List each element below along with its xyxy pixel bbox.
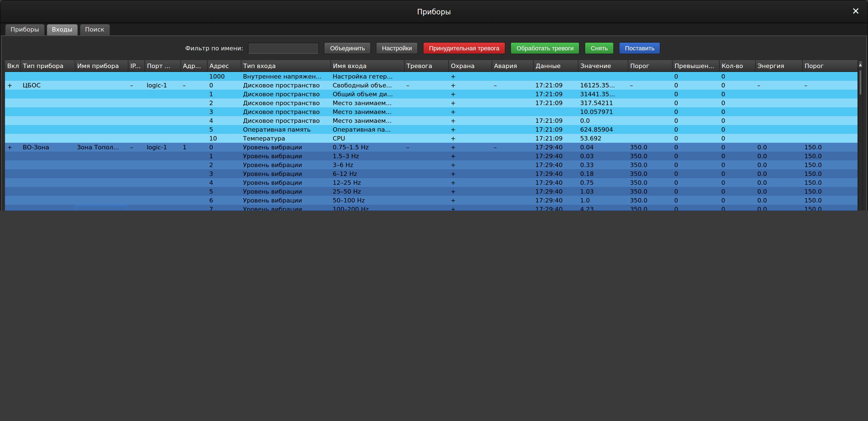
table-cell[interactable]: – <box>404 81 448 90</box>
disarm-button[interactable]: Снять <box>585 42 614 54</box>
table-cell[interactable]: 150.0 <box>802 205 858 210</box>
table-cell[interactable] <box>492 72 533 81</box>
table-cell[interactable] <box>404 205 448 210</box>
table-cell[interactable]: ВО-Зона <box>21 143 75 152</box>
table-cell[interactable] <box>404 125 448 134</box>
table-cell[interactable]: 0 <box>719 205 755 210</box>
table-cell[interactable] <box>21 125 75 134</box>
table-cell[interactable] <box>5 152 21 160</box>
table-cell[interactable]: Уровень вибрации <box>241 152 331 160</box>
process-alarms-button[interactable]: Обработать тревоги <box>510 42 580 54</box>
table-cell[interactable] <box>145 152 181 160</box>
table-cell[interactable] <box>404 178 448 187</box>
table-cell[interactable]: Уровень вибрации <box>241 205 331 210</box>
column-header[interactable]: Авария <box>492 61 533 72</box>
column-header[interactable]: Адрес <box>207 61 241 72</box>
table-cell[interactable]: Место занимаем... <box>331 98 404 107</box>
table-cell[interactable] <box>128 90 145 98</box>
table-cell[interactable]: Дисковое пространство <box>241 81 331 90</box>
table-cell[interactable] <box>128 98 145 107</box>
table-row[interactable]: 3Уровень вибрации6–12 Hz+17:29:400.18350… <box>5 169 858 178</box>
table-cell[interactable]: 1 <box>207 90 241 98</box>
table-cell[interactable] <box>492 107 533 116</box>
table-cell[interactable] <box>128 178 145 187</box>
table-cell[interactable]: 0 <box>719 90 755 98</box>
table-cell[interactable]: 17:29:40 <box>533 196 578 205</box>
table-cell[interactable]: 4 <box>207 178 241 187</box>
table-cell[interactable]: 0 <box>719 196 755 205</box>
column-header[interactable]: Кол-во <box>719 61 755 72</box>
table-cell[interactable]: ЦБОС <box>21 81 75 90</box>
table-cell[interactable] <box>75 160 128 169</box>
table-cell[interactable]: 1.03 <box>578 187 628 196</box>
table-cell[interactable]: 350.0 <box>628 205 672 210</box>
table-cell[interactable] <box>404 187 448 196</box>
table-cell[interactable] <box>492 125 533 134</box>
table-cell[interactable]: 25–50 Hz <box>331 187 404 196</box>
table-cell[interactable] <box>181 125 207 134</box>
column-header[interactable]: Превышен... <box>672 61 719 72</box>
table-cell[interactable] <box>75 81 128 90</box>
table-cell[interactable]: 0 <box>719 134 755 143</box>
table-cell[interactable] <box>75 196 128 205</box>
table-cell[interactable] <box>145 196 181 205</box>
table-cell[interactable]: 0.0 <box>755 169 802 178</box>
tab-devices[interactable]: Приборы <box>5 24 44 35</box>
table-cell[interactable]: – <box>128 143 145 152</box>
table-cell[interactable] <box>5 187 21 196</box>
table-cell[interactable]: 12–25 Hz <box>331 178 404 187</box>
table-cell[interactable]: 4.23 <box>578 205 628 210</box>
table-cell[interactable] <box>145 90 181 98</box>
table-cell[interactable] <box>21 196 75 205</box>
table-cell[interactable]: 6 <box>207 196 241 205</box>
table-cell[interactable]: 0.0 <box>755 143 802 152</box>
table-cell[interactable]: Дисковое пространство <box>241 116 331 125</box>
table-cell[interactable]: 0 <box>672 116 719 125</box>
table-cell[interactable] <box>533 107 578 116</box>
table-cell[interactable]: 0 <box>719 116 755 125</box>
table-cell[interactable]: 0 <box>719 169 755 178</box>
table-cell[interactable]: 0 <box>672 169 719 178</box>
column-header[interactable]: Имя входа <box>331 61 404 72</box>
table-row[interactable]: 1000Внутреннее напряжен...Настройка гете… <box>5 72 858 81</box>
table-cell[interactable] <box>755 125 802 134</box>
table-cell[interactable]: 0.33 <box>578 160 628 169</box>
table-cell[interactable] <box>755 134 802 143</box>
table-cell[interactable] <box>145 205 181 210</box>
table-cell[interactable] <box>145 187 181 196</box>
table-cell[interactable]: – <box>755 81 802 90</box>
close-icon[interactable]: ✕ <box>852 5 860 17</box>
scroll-up-icon[interactable]: ▲ <box>858 61 863 69</box>
table-cell[interactable]: – <box>628 81 672 90</box>
table-cell[interactable]: 0.0 <box>755 205 802 210</box>
table-cell[interactable]: 350.0 <box>628 169 672 178</box>
table-cell[interactable] <box>5 98 21 107</box>
table-cell[interactable]: 10 <box>207 134 241 143</box>
table-cell[interactable]: 350.0 <box>628 187 672 196</box>
table-cell[interactable] <box>755 72 802 81</box>
table-cell[interactable] <box>492 90 533 98</box>
table-cell[interactable] <box>492 169 533 178</box>
table-cell[interactable]: 17:21:09 <box>533 90 578 98</box>
table-cell[interactable]: 7 <box>207 205 241 210</box>
table-cell[interactable]: 17:29:40 <box>533 178 578 187</box>
table-cell[interactable] <box>21 107 75 116</box>
table-cell[interactable] <box>5 116 21 125</box>
table-cell[interactable] <box>75 178 128 187</box>
table-cell[interactable] <box>145 160 181 169</box>
table-cell[interactable]: 0 <box>672 205 719 210</box>
table-cell[interactable] <box>628 72 672 81</box>
table-cell[interactable]: 0 <box>672 178 719 187</box>
table-cell[interactable] <box>628 107 672 116</box>
table-cell[interactable] <box>145 116 181 125</box>
table-cell[interactable] <box>404 116 448 125</box>
column-header[interactable]: IP... <box>128 61 145 72</box>
table-cell[interactable] <box>21 134 75 143</box>
table-cell[interactable]: 17:21:09 <box>533 81 578 90</box>
table-cell[interactable]: – <box>128 81 145 90</box>
vertical-scrollbar[interactable]: ▲ ▼ <box>858 60 863 210</box>
table-cell[interactable]: Уровень вибрации <box>241 196 331 205</box>
table-cell[interactable]: 350.0 <box>628 143 672 152</box>
table-cell[interactable]: Уровень вибрации <box>241 187 331 196</box>
table-cell[interactable] <box>21 187 75 196</box>
